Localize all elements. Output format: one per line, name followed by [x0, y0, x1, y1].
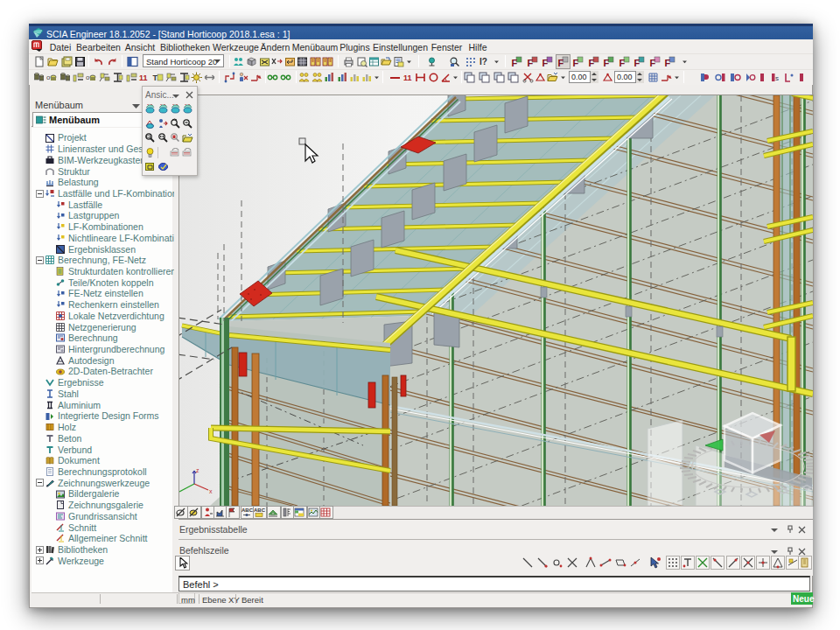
svg-text:ABC: ABC	[254, 508, 265, 513]
svg-text:F: F	[542, 58, 549, 68]
svg-text:o: o	[86, 74, 90, 81]
svg-text:T: T	[153, 74, 158, 82]
svg-text:F: F	[665, 58, 671, 68]
svg-text:z: z	[196, 467, 200, 473]
svg-text:F: F	[604, 58, 610, 68]
svg-text:x: x	[209, 488, 213, 494]
svg-text:F: F	[557, 58, 564, 68]
svg-text:11: 11	[403, 74, 412, 82]
svg-text:F: F	[573, 58, 579, 68]
svg-text:F: F	[619, 58, 625, 68]
svg-text:F: F	[588, 58, 594, 68]
svg-text:s: s	[775, 74, 779, 82]
svg-text:o: o	[46, 74, 51, 81]
svg-text:F: F	[649, 58, 655, 68]
svg-text:11: 11	[139, 74, 148, 82]
svg-text:F: F	[634, 58, 640, 68]
svg-text:ABC: ABC	[242, 508, 253, 513]
svg-text:F: F	[527, 58, 533, 68]
svg-text:I?: I?	[480, 57, 487, 66]
svg-text:F: F	[512, 58, 518, 68]
